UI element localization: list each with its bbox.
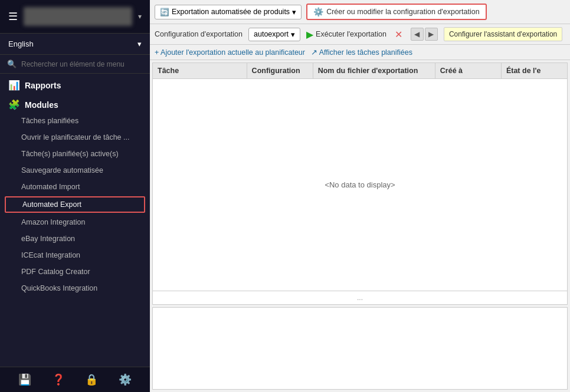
- sidebar-item-automated-import[interactable]: Automated Import: [0, 179, 150, 195]
- export-dropdown-label: Exportation automatisée de produits: [172, 8, 290, 16]
- refresh-icon: 🔄: [160, 8, 169, 17]
- sidebar-section-rapports-label: Rapports: [25, 81, 61, 90]
- col-configuration: Configuration: [247, 63, 313, 78]
- search-icon: 🔍: [7, 60, 17, 68]
- sidebar-logo: [24, 7, 132, 26]
- hamburger-icon[interactable]: ☰: [8, 10, 18, 23]
- back-button[interactable]: ◀: [411, 28, 424, 41]
- export-type-dropdown[interactable]: 🔄 Exportation automatisée de produits ▾: [155, 5, 302, 19]
- config-label: Configuration d'exportation: [155, 30, 243, 38]
- help-icon[interactable]: ❓: [52, 373, 65, 386]
- col-etat: État de l'e: [502, 63, 567, 78]
- nav-buttons: ◀ ▶: [411, 28, 438, 41]
- table-header: Tâche Configuration Nom du fichier d'exp…: [153, 63, 567, 79]
- footer-dots: ...: [357, 294, 363, 302]
- empty-message: <No data to display>: [325, 180, 395, 189]
- table-body: <No data to display>: [153, 79, 567, 291]
- bottom-panel: [152, 307, 568, 390]
- sidebar-item-taches-planifiees[interactable]: Tâches planifiées: [0, 113, 150, 129]
- table-footer: ...: [153, 291, 567, 304]
- sidebar-nav: 📊 Rapports 🧩 Modules Tâches planifiées O…: [0, 74, 150, 367]
- create-modify-config-button[interactable]: ⚙️ Créer ou modifier la configuration d'…: [306, 4, 486, 20]
- play-icon: ▶: [306, 29, 313, 40]
- view-scheduled-tasks-link[interactable]: ↗ Afficher les tâches planifiées: [311, 48, 412, 57]
- config-btn-label: Créer ou modifier la configuration d'exp…: [326, 8, 479, 16]
- second-bar: Configuration d'exportation autoexport ▾…: [150, 24, 570, 45]
- sidebar-chevron-icon[interactable]: ▾: [138, 12, 142, 21]
- sidebar-section-modules: 🧩 Modules: [0, 93, 150, 113]
- config-value-dropdown[interactable]: autoexport ▾: [248, 28, 300, 41]
- run-export-button[interactable]: ▶ Exécuter l'exportation: [306, 29, 386, 40]
- tooltip-text: Configurer l'assistant d'exportation: [449, 30, 557, 38]
- add-to-scheduler-link[interactable]: + Ajouter l'exportation actuelle au plan…: [155, 48, 305, 57]
- view-link-text: ↗ Afficher les tâches planifiées: [311, 48, 412, 57]
- top-bar: 🔄 Exportation automatisée de produits ▾ …: [150, 0, 570, 24]
- sidebar: ☰ ▾ English ▾ 🔍 📊 Rapports 🧩 Modules Tâc…: [0, 0, 150, 392]
- language-chevron-icon: ▾: [137, 39, 142, 48]
- sidebar-item-amazon-integration[interactable]: Amazon Integration: [0, 214, 150, 230]
- sidebar-item-quickbooks[interactable]: QuickBooks Integration: [0, 280, 150, 297]
- sidebar-search: 🔍: [0, 55, 150, 74]
- sidebar-section-rapports: 📊 Rapports: [0, 74, 150, 93]
- main-content: 🔄 Exportation automatisée de produits ▾ …: [150, 0, 570, 392]
- sidebar-item-tache-active[interactable]: Tâche(s) planifiée(s) active(s): [0, 146, 150, 162]
- data-table: Tâche Configuration Nom du fichier d'exp…: [152, 62, 568, 305]
- sidebar-item-icecat-integration[interactable]: ICEcat Integration: [0, 247, 150, 263]
- sidebar-item-sauvegarde[interactable]: Sauvegarde automatisée: [0, 162, 150, 179]
- config-dropdown-chevron-icon: ▾: [291, 30, 295, 39]
- config-value: autoexport: [254, 30, 289, 38]
- save-icon[interactable]: 💾: [18, 373, 31, 386]
- dropdown-chevron-icon: ▾: [292, 8, 296, 17]
- sidebar-item-automated-export[interactable]: Automated Export: [5, 196, 145, 213]
- third-bar: + Ajouter l'exportation actuelle au plan…: [150, 45, 570, 60]
- gear-icon: ⚙️: [313, 7, 323, 17]
- close-button[interactable]: ✕: [392, 29, 405, 40]
- col-tache: Tâche: [153, 63, 247, 78]
- sidebar-item-ebay-integration[interactable]: eBay Integration: [0, 230, 150, 247]
- settings-icon[interactable]: ⚙️: [119, 373, 132, 386]
- sidebar-item-pdf-catalog[interactable]: PDF Catalog Creator: [0, 263, 150, 280]
- sidebar-item-ouvrir-planificateur[interactable]: Ouvrir le planificateur de tâche ...: [0, 129, 150, 146]
- language-label: English: [8, 39, 34, 48]
- forward-button[interactable]: ▶: [425, 28, 438, 41]
- sidebar-footer: 💾 ❓ 🔒 ⚙️: [0, 367, 150, 392]
- run-label: Exécuter l'exportation: [316, 30, 386, 38]
- lock-icon[interactable]: 🔒: [85, 373, 98, 386]
- search-input[interactable]: [21, 60, 127, 68]
- language-selector[interactable]: English ▾: [0, 34, 150, 55]
- export-wizard-tooltip: Configurer l'assistant d'exportation: [444, 27, 562, 41]
- sidebar-header: ☰ ▾: [0, 0, 150, 34]
- col-cree-a: Créé à: [435, 63, 502, 78]
- add-link-text: + Ajouter l'exportation actuelle au plan…: [155, 48, 305, 57]
- col-nom-fichier: Nom du fichier d'exportation: [313, 63, 435, 78]
- sidebar-section-modules-label: Modules: [25, 100, 58, 110]
- modules-icon: 🧩: [8, 99, 20, 110]
- reports-icon: 📊: [8, 80, 20, 91]
